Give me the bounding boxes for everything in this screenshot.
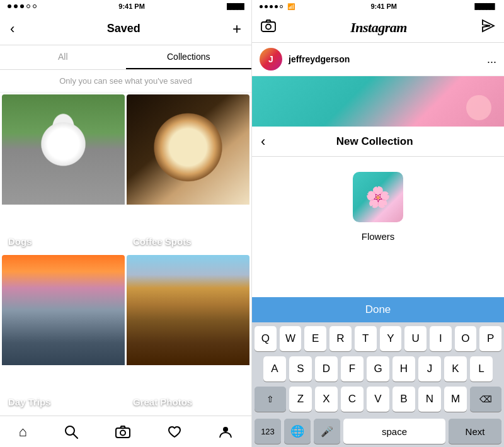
- mic-key[interactable]: 🎤: [314, 419, 340, 444]
- tab-all[interactable]: All: [0, 45, 126, 69]
- nav-profile-icon[interactable]: [219, 425, 232, 439]
- new-collection-title: New Collection: [273, 135, 476, 148]
- collections-grid: Dogs Coffee Spots Day Trips Great Photos: [0, 93, 251, 416]
- instagram-logo: Instagram: [350, 20, 407, 36]
- key-r[interactable]: R: [329, 326, 352, 351]
- collection-image-dogs: [2, 94, 125, 205]
- tab-collections[interactable]: Collections: [126, 45, 252, 69]
- collection-item-greatphotos[interactable]: Great Photos: [127, 255, 249, 414]
- nav-heart-icon[interactable]: [168, 425, 181, 439]
- collection-item-dogs[interactable]: Dogs: [2, 94, 125, 253]
- right-panel: 📶 9:41 PM ▐█████▌ Instagram J jeffreydge…: [252, 0, 504, 447]
- globe-key[interactable]: 🌐: [284, 419, 311, 444]
- key-s[interactable]: S: [289, 356, 312, 382]
- collection-label-daytrips: Day Trips: [8, 397, 51, 407]
- key-v[interactable]: V: [367, 387, 389, 412]
- key-g[interactable]: G: [367, 356, 389, 382]
- camera-button-right[interactable]: [261, 19, 276, 37]
- nav-camera-icon[interactable]: [115, 425, 130, 439]
- user-avatar: J: [260, 48, 282, 71]
- space-key[interactable]: space: [343, 419, 445, 444]
- svg-point-6: [266, 24, 271, 29]
- sig2: [265, 5, 268, 8]
- key-d[interactable]: D: [315, 356, 338, 382]
- key-b[interactable]: B: [392, 387, 415, 412]
- add-collection-button[interactable]: +: [232, 20, 241, 38]
- key-n[interactable]: N: [418, 387, 441, 412]
- collection-item-daytrips[interactable]: Day Trips: [2, 255, 125, 414]
- key-p[interactable]: P: [479, 326, 501, 351]
- collection-image-coffee: [127, 94, 249, 205]
- done-button[interactable]: Done: [365, 303, 391, 316]
- instagram-header: Instagram: [252, 13, 504, 43]
- back-button-left[interactable]: ‹: [10, 21, 14, 37]
- svg-line-1: [74, 434, 78, 438]
- key-x[interactable]: X: [315, 387, 338, 412]
- flowers-thumbnail: [353, 172, 403, 222]
- keyboard-row-3: ⇧ Z X C V B N M ⌫: [255, 387, 501, 412]
- key-j[interactable]: J: [418, 356, 441, 382]
- shift-key[interactable]: ⇧: [255, 387, 286, 412]
- collection-item-coffee[interactable]: Coffee Spots: [127, 94, 249, 253]
- collection-label-greatphotos: Great Photos: [133, 397, 192, 407]
- status-bar-left: 9:41 PM █████: [0, 0, 251, 13]
- key-a[interactable]: A: [263, 356, 286, 382]
- keyboard-row-2: A S D F G H J K L: [255, 356, 501, 382]
- key-u[interactable]: U: [404, 326, 427, 351]
- delete-key[interactable]: ⌫: [470, 387, 501, 412]
- new-collection-header: ‹ New Collection: [252, 127, 504, 157]
- collection-name-label: Flowers: [362, 231, 395, 242]
- more-options-button[interactable]: ...: [487, 53, 496, 66]
- username-label: jeffreydgerson: [289, 54, 481, 64]
- key-k[interactable]: K: [444, 356, 467, 382]
- key-c[interactable]: C: [341, 387, 364, 412]
- battery-left: █████: [227, 3, 244, 9]
- sig1: [260, 5, 263, 8]
- key-z[interactable]: Z: [289, 387, 312, 412]
- key-w[interactable]: W: [280, 326, 302, 351]
- svg-rect-5: [261, 22, 275, 31]
- key-t[interactable]: T: [355, 326, 377, 351]
- collection-image-greatphotos: [127, 255, 249, 365]
- sig3: [270, 5, 273, 8]
- dot-2: [14, 4, 18, 8]
- signal-dots: [8, 4, 37, 8]
- dot-5: [33, 4, 37, 8]
- key-m[interactable]: M: [444, 387, 467, 412]
- svg-rect-2: [116, 428, 130, 438]
- key-o[interactable]: O: [455, 326, 477, 351]
- nav-home-icon[interactable]: ⌂: [19, 424, 27, 440]
- collection-label-dogs: Dogs: [8, 236, 32, 247]
- nav-search-icon[interactable]: [64, 425, 78, 439]
- key-q[interactable]: Q: [255, 326, 277, 351]
- bottom-nav-left: ⌂: [0, 416, 251, 447]
- key-e[interactable]: E: [304, 326, 326, 351]
- back-button-right[interactable]: ‹: [261, 133, 265, 150]
- signal-status-right: 📶: [260, 3, 295, 10]
- sig5: [280, 5, 283, 8]
- user-row: J jeffreydgerson ...: [252, 43, 504, 76]
- svg-point-3: [120, 430, 125, 435]
- time-left: 9:41 PM: [118, 3, 145, 10]
- status-bar-right: 📶 9:41 PM ▐█████▌: [252, 0, 504, 13]
- done-bar: Done: [252, 297, 504, 322]
- page-title-left: Saved: [107, 22, 140, 35]
- header-left: ‹ Saved +: [0, 13, 251, 45]
- left-panel: 9:41 PM █████ ‹ Saved + All Collections …: [0, 0, 252, 447]
- time-right: 9:41 PM: [370, 3, 397, 10]
- post-image-preview: [252, 76, 504, 127]
- keyboard-area: Done Q W E R T Y U I O P A S D F: [252, 297, 504, 447]
- key-i[interactable]: I: [430, 326, 452, 351]
- key-h[interactable]: H: [392, 356, 415, 382]
- dot-3: [20, 4, 24, 8]
- key-l[interactable]: L: [470, 356, 493, 382]
- num-key[interactable]: 123: [255, 419, 281, 444]
- tabs: All Collections: [0, 45, 251, 70]
- key-f[interactable]: F: [341, 356, 364, 382]
- key-y[interactable]: Y: [380, 326, 402, 351]
- next-key[interactable]: Next: [449, 419, 501, 444]
- direct-send-icon[interactable]: [481, 19, 495, 36]
- collection-label-coffee: Coffee Spots: [133, 236, 192, 247]
- saved-note: Only you can see what you've saved: [0, 70, 251, 93]
- collection-content-area: Flowers: [252, 157, 504, 297]
